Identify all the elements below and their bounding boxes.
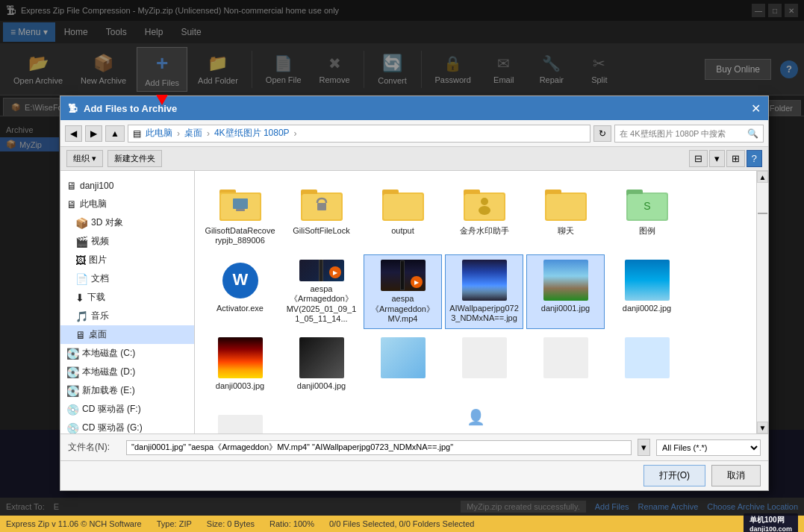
file-item-activator[interactable]: W Activator.exe bbox=[201, 254, 279, 329]
file-name-aespa2: aespa《Armageddon》MV.mp4 bbox=[367, 294, 438, 324]
folder-icon-tuli: S bbox=[625, 182, 670, 223]
file-thumb-aespa2: ▶ bbox=[381, 260, 426, 291]
dialog-icon: 🗜 bbox=[68, 103, 78, 114]
tree-item-danji100[interactable]: 🖥 danji100 bbox=[60, 177, 194, 195]
scrollbar[interactable]: ▲ ▼ bbox=[756, 171, 768, 434]
svg-text:S: S bbox=[643, 200, 650, 212]
logo-line1: 单机100网 bbox=[750, 515, 792, 525]
file-item-row3-4[interactable] bbox=[608, 332, 686, 407]
scroll-down-arrow[interactable]: ▼ bbox=[757, 422, 768, 434]
file-item-row3-1[interactable] bbox=[364, 332, 442, 407]
ratio-text: Ratio: 100% bbox=[269, 519, 314, 528]
file-item-danji0003[interactable]: danji0003.jpg bbox=[201, 332, 279, 407]
file-thumb-row3-3 bbox=[543, 337, 588, 378]
svg-rect-5 bbox=[236, 209, 245, 211]
file-item-row3-5[interactable] bbox=[201, 410, 279, 434]
file-icon-activator: W bbox=[218, 260, 263, 301]
file-name-chat: 聊天 bbox=[558, 226, 574, 236]
file-thumb-row3-2 bbox=[462, 337, 507, 378]
file-name-danji0004: danji0004.jpg bbox=[297, 381, 346, 391]
new-folder-button[interactable]: 新建文件夹 bbox=[107, 150, 162, 167]
folder-icon-watermark bbox=[462, 182, 507, 223]
nav-up-button[interactable]: ▲ bbox=[105, 125, 125, 142]
folder-icon-output bbox=[381, 182, 426, 223]
file-thumb-danji0002: 👤 bbox=[625, 260, 670, 301]
tree-item-downloads[interactable]: ⬇ 下载 bbox=[60, 288, 194, 307]
tree-item-docs[interactable]: 📄 文档 bbox=[60, 269, 194, 288]
file-thumb-row3-1 bbox=[381, 337, 426, 378]
nav-forward-button[interactable]: ▶ bbox=[85, 125, 102, 142]
nav-refresh-button[interactable]: ↻ bbox=[593, 125, 611, 142]
file-name-danji0002: danji0002.jpg bbox=[623, 304, 671, 313]
breadcrumb-desktop[interactable]: 桌面 bbox=[184, 127, 202, 140]
tree-item-d[interactable]: 💽 本地磁盘 (D:) bbox=[60, 363, 194, 381]
search-icon: 🔍 bbox=[747, 128, 758, 139]
svg-text:W: W bbox=[232, 270, 248, 289]
dialog-toolbar: 组织 ▾ 新建文件夹 ⊟ ▾ ⊞ ? bbox=[60, 147, 768, 171]
breadcrumb-pc[interactable]: 此电脑 bbox=[146, 127, 172, 140]
file-thumb-danji0001 bbox=[543, 260, 588, 301]
tree-item-g[interactable]: 💿 CD 驱动器 (G:) bbox=[60, 419, 194, 434]
folder-icon-filelock bbox=[299, 182, 344, 223]
file-name-aiwallpaper: AIWallpaperjpg0723_NDMxNA==.jpg bbox=[449, 304, 520, 323]
file-name-output: output bbox=[391, 226, 414, 236]
dialog-close-button[interactable]: ✕ bbox=[751, 101, 761, 116]
tree-item-music[interactable]: 🎵 音乐 bbox=[60, 307, 194, 325]
help-dialog-button[interactable]: ? bbox=[747, 150, 762, 167]
tree-item-c[interactable]: 💽 本地磁盘 (C:) bbox=[60, 344, 194, 363]
scroll-thumb[interactable] bbox=[758, 213, 767, 214]
file-name-danji0001: danji0001.jpg bbox=[541, 304, 590, 313]
file-item-row3-2[interactable] bbox=[445, 332, 523, 407]
search-input[interactable] bbox=[620, 129, 744, 138]
file-name-aespa1: aespa《Armageddon》MV(2025_01_09_11_05_11_… bbox=[286, 284, 357, 324]
folder-icon-gilisoft bbox=[218, 182, 263, 223]
nav-back-button[interactable]: ◀ bbox=[65, 125, 82, 142]
svg-rect-12 bbox=[384, 194, 423, 219]
file-thumb-aiwallpaper bbox=[462, 260, 507, 301]
version-text: Express Zip v 11.06 © NCH Software bbox=[6, 519, 142, 528]
file-item-chat[interactable]: 聊天 bbox=[526, 177, 605, 251]
filename-input[interactable] bbox=[126, 440, 632, 455]
view-details-button[interactable]: ⊞ bbox=[726, 150, 745, 167]
file-type-select[interactable]: All Files (*.*) bbox=[656, 439, 761, 456]
file-name-watermark: 金舟水印助手 bbox=[460, 226, 509, 236]
scroll-up-arrow[interactable]: ▲ bbox=[757, 171, 768, 183]
breadcrumb: ▤ 此电脑 › 桌面 › 4K壁纸图片 1080P › bbox=[128, 125, 590, 143]
organize-dropdown-button[interactable]: 组织 ▾ bbox=[66, 150, 103, 167]
dialog-nav: ◀ ▶ ▲ ▤ 此电脑 › 桌面 › 4K壁纸图片 1080P › ↻ 🔍 bbox=[60, 120, 768, 147]
file-item-danji0004[interactable]: danji0004.jpg bbox=[282, 332, 361, 407]
file-item-row3-3[interactable] bbox=[526, 332, 605, 407]
search-box[interactable]: 🔍 bbox=[614, 125, 764, 143]
svg-point-16 bbox=[481, 198, 488, 205]
size-text: Size: 0 Bytes bbox=[207, 519, 255, 528]
tree-item-f[interactable]: 💿 CD 驱动器 (F:) bbox=[60, 400, 194, 419]
file-name-gilisoft-recovery: GilisoftDataRecoverypjb_889006 bbox=[205, 226, 275, 245]
filename-dropdown-button[interactable]: ▾ bbox=[638, 439, 650, 456]
file-item-aespa1[interactable]: ▶ aespa《Armageddon》MV(2025_01_09_11_05_1… bbox=[282, 254, 361, 329]
file-item-aiwallpaper[interactable]: AIWallpaperjpg0723_NDMxNA==.jpg bbox=[445, 254, 523, 329]
file-name-danji0003: danji0003.jpg bbox=[216, 381, 264, 391]
breadcrumb-folder[interactable]: 4K壁纸图片 1080P bbox=[214, 127, 290, 140]
file-item-tuli[interactable]: S 图例 bbox=[608, 177, 686, 251]
open-button[interactable]: 打开(O) bbox=[643, 465, 705, 486]
tree-item-pictures[interactable]: 🖼 图片 bbox=[60, 251, 194, 269]
view-grid-button[interactable]: ▾ bbox=[709, 150, 725, 167]
file-item-aespa2[interactable]: ▶ aespa《Armageddon》MV.mp4 bbox=[364, 254, 442, 329]
tree-item-desktop[interactable]: 🖥 桌面 bbox=[60, 325, 194, 344]
tree-item-e[interactable]: 💽 新加载卷 (E:) bbox=[60, 381, 194, 400]
file-thumb-aespa1: ▶ bbox=[299, 260, 344, 281]
file-item-danji0002[interactable]: 👤 danji0002.jpg bbox=[608, 254, 686, 329]
file-item-danji0001[interactable]: danji0001.jpg bbox=[526, 254, 605, 329]
file-tree: 🖥 danji100 🖥 此电脑 📦 3D 对象 🎬 视频 🖼 图 bbox=[60, 171, 195, 434]
tree-item-pc[interactable]: 🖥 此电脑 bbox=[60, 195, 194, 213]
tree-item-video[interactable]: 🎬 视频 bbox=[60, 232, 194, 251]
cancel-button[interactable]: 取消 bbox=[711, 465, 761, 486]
breadcrumb-separator-1: ▤ bbox=[133, 128, 141, 139]
file-item-gilisoft-filelock[interactable]: GiliSoftFileLock bbox=[282, 177, 361, 251]
status-logo: 单机100网 danji100.com bbox=[744, 513, 798, 532]
view-list-button[interactable]: ⊟ bbox=[689, 150, 708, 167]
file-item-gilisoft-recovery[interactable]: GilisoftDataRecoverypjb_889006 bbox=[201, 177, 279, 251]
file-item-output[interactable]: output bbox=[364, 177, 442, 251]
tree-item-3d[interactable]: 📦 3D 对象 bbox=[60, 213, 194, 232]
file-item-watermark[interactable]: 金舟水印助手 bbox=[445, 177, 523, 251]
